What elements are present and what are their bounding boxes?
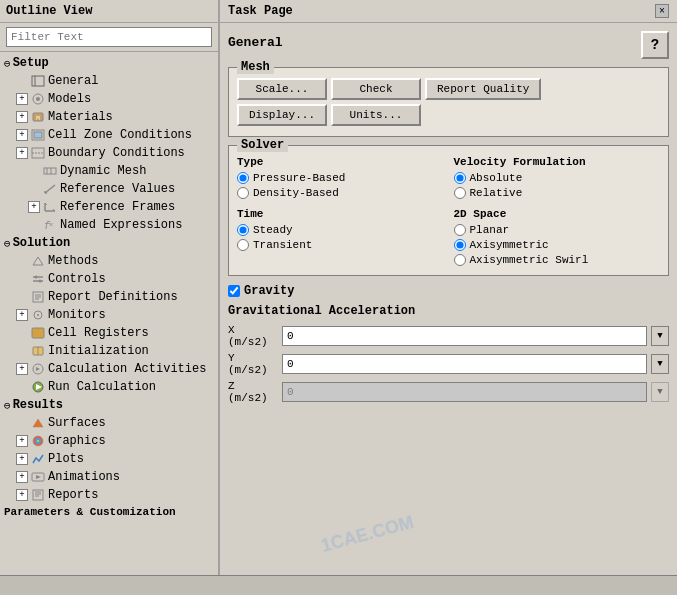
tree-boundary[interactable]: + Boundary Conditions (0, 144, 218, 162)
methods-label: Methods (48, 254, 98, 268)
units-button[interactable]: Units... (331, 104, 421, 126)
cell-reg-icon (30, 326, 46, 340)
tree-run-calc[interactable]: Run Calculation (0, 378, 218, 396)
calcact-expand[interactable]: + (16, 363, 28, 375)
tree-area: ⊖ Setup General (0, 52, 218, 575)
task-content: General ? Mesh Scale... Check Report Qua… (220, 23, 677, 575)
reports-expand[interactable]: + (16, 489, 28, 501)
setup-expand[interactable]: ⊖ (4, 57, 11, 70)
models-expand[interactable]: + (16, 93, 28, 105)
grav-y-row: Y (m/s2) ▼ (228, 352, 669, 376)
tree-surfaces[interactable]: Surfaces (0, 414, 218, 432)
models-label: Models (48, 92, 91, 106)
bottom-bar (0, 575, 677, 595)
cellzone-icon (30, 128, 46, 142)
close-button[interactable]: × (655, 4, 669, 18)
tree-ref-frames[interactable]: + Reference Frames (0, 198, 218, 216)
tree-reports[interactable]: + Reports (0, 486, 218, 504)
tree-results[interactable]: ⊖ Results (0, 396, 218, 414)
run-calc-icon (30, 380, 46, 394)
tree-general[interactable]: General (0, 72, 218, 90)
transient-radio[interactable] (237, 239, 249, 251)
svg-text:×: × (49, 221, 53, 229)
tree-named-expr[interactable]: f × Named Expressions (0, 216, 218, 234)
materials-expand[interactable]: + (16, 111, 28, 123)
density-based-radio[interactable] (237, 187, 249, 199)
relative-label: Relative (470, 187, 523, 199)
graphics-expand[interactable]: + (16, 435, 28, 447)
cell-reg-label: Cell Registers (48, 326, 149, 340)
tree-models[interactable]: + Models (0, 90, 218, 108)
calc-act-icon (30, 362, 46, 376)
calc-act-label: Calculation Activities (48, 362, 206, 376)
tree-params[interactable]: Parameters & Customization (0, 504, 218, 520)
relative-radio[interactable] (454, 187, 466, 199)
boundary-label: Boundary Conditions (48, 146, 185, 160)
report-def-label: Report Definitions (48, 290, 178, 304)
filter-input[interactable] (6, 27, 212, 47)
tree-cell-zone[interactable]: + Cell Zone Conditions (0, 126, 218, 144)
steady-radio[interactable] (237, 224, 249, 236)
axisymmetric-radio[interactable] (454, 239, 466, 251)
tree-cell-reg[interactable]: Cell Registers (0, 324, 218, 342)
controls-label: Controls (48, 272, 106, 286)
controls-icon (30, 272, 46, 286)
ref-frames-icon (42, 200, 58, 214)
pressure-based-radio[interactable] (237, 172, 249, 184)
grav-z-label: Z (m/s2) (228, 380, 278, 404)
space-title: 2D Space (454, 208, 661, 220)
solver-type-col: Type Pressure-Based Density-Based (237, 156, 444, 202)
setup-label: Setup (13, 56, 49, 70)
planar-label: Planar (470, 224, 510, 236)
animations-expand[interactable]: + (16, 471, 28, 483)
cellzone-expand[interactable]: + (16, 129, 28, 141)
grav-x-dropdown[interactable]: ▼ (651, 326, 669, 346)
pressure-based-item: Pressure-Based (237, 172, 444, 184)
grav-y-dropdown[interactable]: ▼ (651, 354, 669, 374)
display-button[interactable]: Display... (237, 104, 327, 126)
scale-button[interactable]: Scale... (237, 78, 327, 100)
axisymmetric-swirl-label: Axisymmetric Swirl (470, 254, 589, 266)
tree-graphics[interactable]: + Graphics (0, 432, 218, 450)
mesh-group-title: Mesh (237, 60, 274, 74)
tree-ref-values[interactable]: Reference Values (0, 180, 218, 198)
tree-plots[interactable]: + Plots (0, 450, 218, 468)
report-quality-button[interactable]: Report Quality (425, 78, 541, 100)
help-button[interactable]: ? (641, 31, 669, 59)
tree-report-def[interactable]: Report Definitions (0, 288, 218, 306)
solution-expand[interactable]: ⊖ (4, 237, 11, 250)
grav-x-input[interactable] (282, 326, 647, 346)
results-label: Results (13, 398, 63, 412)
tree-solution[interactable]: ⊖ Solution (0, 234, 218, 252)
refframes-expand[interactable]: + (28, 201, 40, 213)
boundary-expand[interactable]: + (16, 147, 28, 159)
tree-calc-act[interactable]: + Calculation Activities (0, 360, 218, 378)
absolute-item: Absolute (454, 172, 661, 184)
animations-label: Animations (48, 470, 120, 484)
tree-setup[interactable]: ⊖ Setup (0, 54, 218, 72)
tree-dynamic-mesh[interactable]: Dynamic Mesh (0, 162, 218, 180)
materials-label: Materials (48, 110, 113, 124)
tree-animations[interactable]: + Animations (0, 468, 218, 486)
check-button[interactable]: Check (331, 78, 421, 100)
params-label: Parameters & Customization (4, 506, 176, 518)
bottom-status (6, 580, 13, 592)
run-calc-label: Run Calculation (48, 380, 156, 394)
tree-methods[interactable]: Methods (0, 252, 218, 270)
results-expand[interactable]: ⊖ (4, 399, 11, 412)
absolute-radio[interactable] (454, 172, 466, 184)
space-col: 2D Space Planar Axisymmetric (454, 208, 661, 269)
solver-type-title: Type (237, 156, 444, 168)
tree-materials[interactable]: + M Materials (0, 108, 218, 126)
planar-radio[interactable] (454, 224, 466, 236)
tree-init[interactable]: Initialization (0, 342, 218, 360)
tree-monitors[interactable]: + Monitors (0, 306, 218, 324)
plots-expand[interactable]: + (16, 453, 28, 465)
gravity-checkbox[interactable] (228, 285, 240, 297)
grav-y-input[interactable] (282, 354, 647, 374)
task-panel-title: Task Page (228, 4, 293, 18)
monitors-expand[interactable]: + (16, 309, 28, 321)
axisymmetric-swirl-radio[interactable] (454, 254, 466, 266)
tree-controls[interactable]: Controls (0, 270, 218, 288)
svg-rect-7 (34, 132, 42, 138)
